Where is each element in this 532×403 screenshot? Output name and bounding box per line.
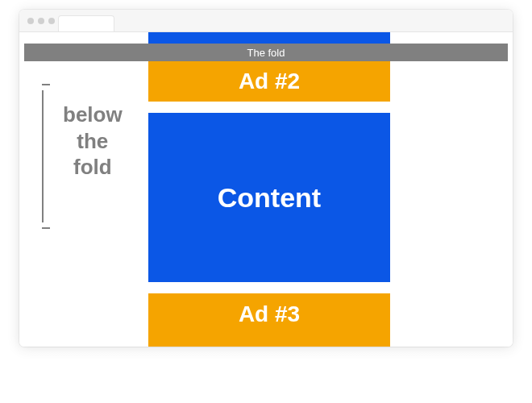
fold-label: The fold (247, 47, 285, 59)
reflection-fade (19, 348, 513, 401)
reflection (19, 348, 513, 401)
ad-block-2: Ad #2 (148, 61, 390, 102)
below-fold-label: below the fold (42, 81, 137, 229)
below-line1: below (63, 102, 123, 128)
ad2-label: Ad #2 (239, 69, 300, 94)
bracket-icon (42, 84, 55, 229)
below-fold-text: below the fold (63, 102, 123, 181)
viewport: The fold Ad #2 below the fold Content Ad… (19, 32, 513, 347)
ad-block-3: Ad #3 (148, 293, 390, 347)
below-line2: the (63, 128, 123, 155)
ad3-label: Ad #3 (239, 301, 300, 327)
browser-window: The fold Ad #2 below the fold Content Ad… (19, 10, 513, 347)
ad-top-sliver (148, 32, 390, 44)
browser-tab (58, 15, 114, 31)
traffic-lights (19, 18, 55, 24)
minimize-icon (38, 18, 44, 24)
content-label: Content (218, 182, 321, 214)
content-block: Content (148, 113, 390, 282)
below-line3: fold (63, 154, 123, 181)
browser-chrome (19, 10, 513, 32)
close-icon (27, 18, 34, 24)
fold-bar: The fold (24, 44, 508, 61)
maximize-icon (48, 18, 55, 24)
